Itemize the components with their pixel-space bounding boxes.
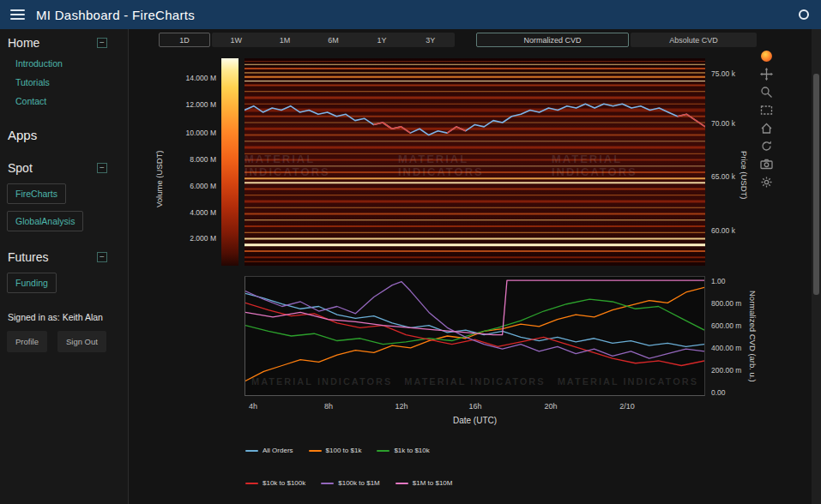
sidebar: Home − Introduction Tutorials Contact Ap…	[0, 29, 129, 504]
cvd-tick: 400.00 m	[711, 344, 741, 352]
legend-label: $100 to $1k	[326, 447, 362, 454]
app-title: MI Dashboard - FireCharts	[36, 8, 195, 22]
spot-label: Spot	[8, 161, 33, 175]
collapse-spot-button[interactable]: −	[97, 163, 107, 173]
collapse-home-button[interactable]: −	[97, 38, 107, 48]
range-button-3y[interactable]: 3Y	[406, 33, 455, 47]
signed-in-text: Signed in as: Keith Alan	[0, 312, 128, 322]
normalized-cvd-plot[interactable]: MATERIAL INDICATORS MATERIAL INDICATORS …	[244, 276, 705, 396]
legend-item-100-1k[interactable]: $100 to $1k	[309, 447, 362, 454]
x-tick: 20h	[544, 402, 557, 411]
sidebar-section-spot: Spot −	[0, 161, 128, 175]
loading-circle-icon[interactable]	[799, 9, 809, 20]
cvd-tick: 1.00	[711, 277, 726, 285]
price-tick: 65.00 k	[711, 172, 735, 181]
box-select-icon[interactable]	[760, 104, 773, 117]
profile-button[interactable]: Profile	[7, 331, 47, 352]
legend-item-1m-10m[interactable]: $1M to $10M	[395, 479, 453, 487]
menu-icon[interactable]	[10, 9, 25, 20]
colorbar-tick: 2.000 M	[163, 234, 216, 243]
camera-icon[interactable]	[760, 158, 773, 171]
plotly-logo-icon[interactable]	[760, 50, 773, 63]
colorbar-tick: 12.000 M	[163, 100, 216, 109]
sidebar-item-globalanalysis[interactable]: GlobalAnalysis	[7, 211, 83, 231]
cvd-axis-title: Normalized CVD (arb. u.)	[748, 269, 758, 403]
legend-label: $1k to $10k	[394, 447, 429, 454]
cvd-tick: 0.00	[711, 388, 726, 397]
cvd-tick: 800.00 m	[711, 299, 741, 308]
legend-item-1k-10k[interactable]: $1k to $10k	[377, 447, 429, 454]
legend-row-2: $10k to $100k $100k to $1M $1M to $10M	[245, 479, 452, 487]
price-tick: 75.00 k	[711, 69, 735, 78]
sidebar-section-futures: Futures −	[0, 250, 128, 264]
sidebar-item-contact[interactable]: Contact	[0, 92, 128, 111]
main-content: 1D 1W 1M 6M 1Y 3Y Normalized CVD Absolut…	[129, 29, 812, 504]
range-button-1m[interactable]: 1M	[261, 33, 310, 47]
scrollbar-thumb[interactable]	[813, 74, 819, 295]
cvd-tick: 600.00 m	[711, 321, 741, 330]
home-label: Home	[8, 36, 39, 50]
signout-button[interactable]: Sign Out	[57, 331, 106, 352]
legend-row-1: All Orders $100 to $1k $1k to $10k	[245, 447, 430, 454]
sidebar-item-tutorials[interactable]: Tutorials	[0, 73, 128, 92]
futures-label: Futures	[8, 250, 48, 264]
legend-label: All Orders	[263, 447, 293, 454]
legend-swatch	[395, 483, 408, 484]
refresh-icon[interactable]	[760, 140, 773, 153]
pan-icon[interactable]	[760, 68, 773, 81]
range-button-1w[interactable]: 1W	[212, 33, 261, 47]
legend-label: $10k to $100k	[263, 479, 305, 487]
x-tick: 8h	[324, 402, 333, 411]
colorbar-tick: 10.000 M	[163, 129, 216, 137]
range-button-1d[interactable]: 1D	[159, 33, 210, 47]
colorbar-tick: 8.000 M	[163, 155, 216, 164]
price-tick: 60.00 k	[711, 226, 735, 235]
legend-swatch	[245, 483, 258, 484]
settings-gear-icon[interactable]	[760, 176, 773, 189]
chart-modebar	[760, 50, 773, 189]
range-button-6m[interactable]: 6M	[309, 33, 358, 47]
zoom-icon[interactable]	[760, 86, 773, 99]
range-button-1y[interactable]: 1Y	[358, 33, 407, 47]
x-axis-title: Date (UTC)	[244, 416, 705, 425]
sidebar-item-firecharts[interactable]: FireCharts	[7, 183, 66, 204]
volume-colorbar	[221, 58, 238, 266]
home-icon[interactable]	[760, 122, 773, 135]
collapse-futures-button[interactable]: −	[97, 252, 107, 262]
sidebar-item-introduction[interactable]: Introduction	[0, 54, 128, 73]
price-tick: 70.00 k	[711, 119, 735, 128]
legend-swatch	[377, 450, 389, 452]
x-tick: 2/10	[619, 402, 635, 411]
legend-label: $100k to $1M	[338, 479, 379, 487]
vertical-scrollbar[interactable]	[812, 29, 821, 504]
colorbar-tick: 6.000 M	[163, 182, 216, 190]
range-button-group: 1W 1M 6M 1Y 3Y	[212, 33, 455, 47]
topbar: MI Dashboard - FireCharts	[0, 0, 821, 29]
legend-label: $1M to $10M	[413, 479, 453, 487]
legend-swatch	[321, 483, 334, 484]
legend-item-all-orders[interactable]: All Orders	[245, 447, 293, 454]
price-axis-title: Price (USDT)	[740, 106, 749, 243]
absolute-cvd-button[interactable]: Absolute CVD	[631, 33, 757, 47]
colorbar-tick: 4.000 M	[163, 208, 216, 217]
firechart-heatmap-plot[interactable]: MATERIAL INDICATORS MATERIAL INDICATORS …	[244, 58, 705, 266]
cvd-tick: 200.00 m	[711, 366, 741, 375]
x-tick: 4h	[249, 402, 257, 411]
sidebar-section-home: Home −	[0, 36, 128, 50]
legend-item-100k-1m[interactable]: $100k to $1M	[321, 479, 379, 487]
normalized-cvd-button[interactable]: Normalized CVD	[476, 33, 629, 47]
sidebar-section-apps: Apps	[0, 128, 128, 142]
sidebar-item-funding[interactable]: Funding	[7, 273, 57, 293]
legend-item-10k-100k[interactable]: $10k to $100k	[245, 479, 305, 487]
legend-swatch	[245, 450, 258, 452]
colorbar-tick: 14.000 M	[163, 74, 216, 82]
legend-swatch	[309, 450, 322, 452]
x-tick: 16h	[468, 402, 481, 411]
x-tick: 12h	[395, 402, 407, 411]
app-window: MI Dashboard - FireCharts Home − Introdu…	[0, 0, 821, 504]
